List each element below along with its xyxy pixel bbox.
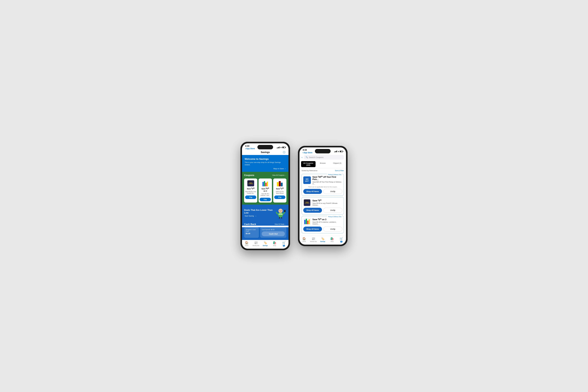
cart-icon-1: 🛒 (282, 241, 286, 244)
tab-savings-1[interactable]: 🏷️ Savings (260, 241, 270, 246)
clip-button-3[interactable]: Clip (274, 196, 286, 199)
coupon-item-img-3 (303, 218, 311, 225)
svg-point-2 (280, 210, 280, 211)
shop-all-button-2[interactable]: Shop All Items (303, 208, 322, 213)
page-title-1: Savings (245, 151, 286, 154)
coupons-title: Coupons (244, 174, 254, 177)
tab-weekly-ads-1[interactable]: 📰 Weekly Ads (251, 241, 260, 246)
shopper-card-label: Shopper's Card Cash: (246, 229, 257, 232)
coupon-list: Pickup & Delivery Only $20 OFF* Save $20… (300, 173, 346, 236)
clip-button-1[interactable]: Clip (245, 196, 256, 199)
sort-row: Sorted by Relevance Sort & Filter (300, 168, 346, 173)
tab-bar-1: 🏠 Home 📰 Weekly Ads 🏷️ Savings 🛍️ Shop 🛒… (242, 240, 288, 249)
weekly-ads-icon-1: 📰 (254, 241, 258, 244)
coupon-item-title-1: Save $2000 off Your First Pick... (312, 176, 342, 180)
tab-home-label-2: Home (302, 241, 306, 242)
coupon-item-title-3: Save $500 on 3 (312, 218, 342, 221)
search-container: ‹ 🔍 Search Coupons (300, 154, 346, 160)
nav-back-2[interactable]: ‹ App Store (302, 151, 312, 154)
status-time-1: 4:33 (245, 145, 249, 147)
coupon-save-3: Save $120 (276, 188, 284, 190)
tab-savings-label-2: Savings (320, 241, 325, 242)
coupon-cards-container: FINISHULTIMATE Save $300 Save $3.00 on a… (244, 178, 286, 204)
coupon-item-2: FINISHULTIMATE Save $300 Save $3.00 on a… (302, 197, 344, 214)
coupon-item-text-3: Save $500 on 3 Save $5 off 3 Listerine, … (312, 218, 342, 225)
deals-character-icon (275, 207, 286, 218)
info-icon-1[interactable]: ⓘ (283, 151, 286, 154)
tab-cart-2[interactable]: 🛒 6 (337, 237, 346, 242)
coupon-item-desc-1: Save $20 off Your First Pickup or Delive… (312, 181, 342, 185)
pickup-badge-3: Pickup & Delivery Only (327, 216, 342, 218)
tab-all-coupons[interactable]: All Coupons (265) (301, 161, 316, 167)
coupon-card-1: FINISHULTIMATE Save $300 Save $3.00 on a… (244, 178, 257, 202)
tab-shop-2[interactable]: 🛍️ Shop (328, 237, 337, 242)
svg-point-3 (281, 210, 282, 211)
savings-icon-2: 🏷️ (321, 237, 324, 240)
back-label-2: App Store (304, 152, 312, 154)
cash-out-button[interactable]: Cash Out (262, 232, 285, 236)
cashback-cards: Shopper's Card Cash: $0.00 Cash Earned: … (242, 227, 288, 240)
coupon-desc-3: SAVE $1.20 oSelect Breyer (276, 191, 284, 194)
wifi-icon-2: ⌾ (338, 150, 339, 152)
shop-all-button-1[interactable]: Shop All Items (303, 189, 322, 194)
coupon-card-2: Save $500on 3 Save $5 off 3 Listerine, L… (258, 178, 272, 202)
tab-savings-2[interactable]: 🏷️ Savings (318, 237, 327, 242)
shop-all-button-3[interactable]: Shop All Items (303, 226, 322, 232)
tab-clipped[interactable]: Clipped (3) (330, 161, 344, 167)
clip-button-2[interactable]: Clip (260, 198, 271, 201)
shop-icon-2: 🛍️ (330, 237, 334, 240)
coupon-item-actions-3: Shop All Items Unclip (303, 226, 342, 232)
tab-home-label-1: Home (245, 245, 248, 246)
svg-point-1 (278, 209, 283, 213)
tab-shop-1[interactable]: 🛍️ Shop (270, 241, 279, 246)
tab-weekly-ads-label-2: Weekly Ads (310, 241, 317, 242)
signal-icon-1 (277, 146, 280, 148)
dynamic-island-1 (258, 145, 273, 149)
deals-sub[interactable]: Start Saving → (244, 215, 275, 217)
coupons-section: Coupons View All Coupons → FINISHULTIMAT… (242, 172, 288, 204)
back-label-1: App Store (246, 148, 255, 150)
coupon-item-text-1: Save $2000 off Your First Pick... Save $… (312, 176, 342, 185)
deals-figure (275, 207, 286, 219)
nav-back-1[interactable]: ‹ App Store (245, 147, 255, 150)
shopper-card-value: $0.00 (246, 232, 257, 234)
tab-savings-label-1: Savings (263, 245, 268, 246)
coupon-tabs: All Coupons (265) Browse Clipped (3) (300, 160, 346, 168)
coupon-item-3: Pickup & Delivery Only Save $500 on 3 (302, 216, 344, 233)
coupon-item-row-3: Save $500 on 3 Save $5 off 3 Listerine, … (303, 218, 342, 225)
search-placeholder: Search Coupons (309, 156, 324, 158)
coupon-img-1: FINISHULTIMATE (246, 180, 255, 186)
sort-label: Sorted by Relevance (302, 170, 318, 172)
home-icon-2: 🏠 (302, 237, 306, 240)
unclip-button-3[interactable]: Unclip (323, 226, 342, 232)
unclip-button-2[interactable]: Unclip (323, 208, 342, 213)
home-icon-1: 🏠 (245, 241, 248, 244)
wifi-icon-1: ⌾ (280, 146, 282, 148)
coupon-desc-1: Save $3.00 on any Finish® Ult... (245, 191, 256, 194)
coupon-item-desc-3: Save $5 off 3 Listerine, Lubriderm, Avee… (312, 221, 342, 225)
unclip-button-1[interactable]: Unclip (323, 189, 342, 194)
tab-browse[interactable]: Browse (316, 161, 330, 167)
coupon-item-1: Pickup & Delivery Only $20 OFF* Save $20… (302, 174, 344, 196)
tab-cart-1[interactable]: 🛒 6 (279, 241, 288, 246)
coupon-item-img-1: $20 OFF* (303, 176, 311, 184)
tab-weekly-ads-2[interactable]: 📰 Weekly Ads (309, 237, 318, 242)
savings-icon-1: 🏷️ (264, 241, 267, 244)
coupon-item-title-2: Save $300 (312, 199, 342, 202)
search-bar[interactable]: 🔍 Search Coupons (304, 155, 344, 160)
ways-to-save-link[interactable]: Ways to Save → (273, 168, 286, 170)
cashback-title: Cash Back (244, 223, 256, 226)
coupon-card-3: Save $120 SAVE $1.20 oSelect Breyer Clip (273, 178, 286, 202)
welcome-banner: Welcome to Savings This is your one-stop… (242, 155, 288, 172)
coupon-item-img-2: FINISHULTIMATE (303, 199, 311, 206)
coupon-desc-2: Save $5 off 3 Listerine, Lubri... (260, 193, 271, 196)
coupon-img-3 (275, 180, 284, 186)
view-deals-link[interactable]: View All Deals → (274, 223, 286, 225)
back-button-2[interactable]: ‹ (302, 156, 302, 159)
deals-title: Deals That Are Lower Than Low (244, 209, 275, 214)
view-all-coupons-link[interactable]: View All Coupons → (272, 174, 286, 176)
deals-banner[interactable]: Deals That Are Lower Than Low Start Savi… (242, 204, 288, 221)
tab-home-2[interactable]: 🏠 Home (300, 237, 309, 242)
sort-filter-button[interactable]: Sort & Filter (335, 170, 344, 172)
tab-home-1[interactable]: 🏠 Home (242, 241, 251, 246)
